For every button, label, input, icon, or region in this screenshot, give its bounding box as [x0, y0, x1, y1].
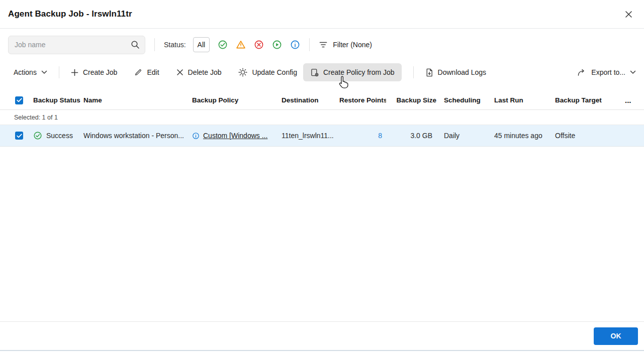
column-header-backup-size[interactable]: Backup Size	[386, 96, 436, 104]
column-header-backup-policy[interactable]: Backup Policy	[192, 96, 282, 104]
chevron-down-icon	[630, 70, 636, 74]
status-all-button[interactable]: All	[193, 37, 210, 52]
filter-none-label: Filter (None)	[333, 41, 372, 49]
status-info-filter[interactable]	[290, 40, 300, 50]
edit-label: Edit	[147, 68, 159, 76]
restore-points-link[interactable]: 8	[339, 132, 386, 140]
backup-policy-link[interactable]: Custom [Windows ...	[203, 132, 267, 140]
edit-button[interactable]: Edit	[134, 68, 159, 76]
backup-status-cell: Success	[33, 131, 83, 140]
column-header-name[interactable]: Name	[83, 96, 192, 104]
table-header-row: Backup Status Name Backup Policy Destina…	[0, 91, 644, 110]
filter-row: Status: All	[0, 29, 644, 61]
filter-icon	[319, 40, 328, 49]
scheduling-cell: Daily	[436, 132, 494, 140]
backup-size-cell: 3.0 GB	[386, 132, 436, 140]
checkmark-icon	[17, 134, 22, 138]
search-icon	[131, 40, 140, 49]
delete-job-button[interactable]: Delete Job	[176, 68, 222, 76]
create-job-label: Create Job	[83, 68, 117, 76]
plus-icon	[71, 69, 78, 76]
filter-none-button[interactable]: Filter (None)	[319, 40, 372, 49]
chevron-down-icon	[41, 70, 47, 74]
destination-cell: 11ten_lrswln11...	[282, 132, 339, 140]
create-job-button[interactable]: Create Job	[71, 68, 117, 76]
select-all-checkbox[interactable]	[15, 96, 23, 104]
divider	[59, 66, 59, 78]
status-warning-filter[interactable]	[236, 40, 246, 50]
dialog-header: Agent Backup Job - lrswln11tr	[0, 0, 644, 29]
selection-summary-text: Selected: 1 of 1	[14, 114, 58, 121]
status-filter-group: All	[193, 37, 301, 52]
status-running-filter[interactable]	[272, 40, 282, 50]
running-icon	[272, 40, 282, 50]
divider	[154, 38, 155, 51]
page-title: Agent Backup Job - lrswln11tr	[8, 9, 132, 19]
x-icon	[176, 69, 183, 76]
export-to-label: Export to...	[591, 68, 625, 76]
table-empty-area	[0, 147, 644, 321]
success-icon	[218, 40, 228, 50]
policy-document-gear-icon	[310, 68, 319, 77]
column-header-restore-points[interactable]: Restore Points	[339, 96, 386, 104]
column-options-button[interactable]: ...	[624, 96, 644, 104]
actions-menu-button[interactable]: Actions	[14, 68, 47, 76]
status-success-filter[interactable]	[218, 40, 228, 50]
agent-backup-job-dialog: Agent Backup Job - lrswln11tr Status: Al…	[0, 0, 644, 351]
column-header-backup-target[interactable]: Backup Target	[555, 96, 624, 104]
actions-label: Actions	[14, 68, 37, 76]
export-to-button[interactable]: Export to...	[577, 68, 636, 76]
selection-summary: Selected: 1 of 1	[0, 110, 644, 125]
info-icon	[290, 40, 300, 50]
checkmark-icon	[17, 98, 22, 102]
export-icon	[577, 69, 587, 76]
success-icon	[33, 131, 42, 140]
update-config-button[interactable]: Update Config	[238, 68, 297, 77]
delete-job-label: Delete Job	[188, 68, 222, 76]
error-icon	[254, 40, 264, 50]
column-header-scheduling[interactable]: Scheduling	[436, 96, 494, 104]
last-run-cell: 45 minutes ago	[494, 132, 555, 140]
backup-target-cell: Offsite	[555, 132, 624, 140]
ok-button[interactable]: OK	[594, 327, 638, 345]
status-filter-label: Status:	[164, 41, 186, 49]
search-input[interactable]	[15, 41, 131, 49]
row-checkbox[interactable]	[15, 132, 23, 140]
backup-policy-cell: Custom [Windows ...	[192, 132, 282, 140]
create-policy-from-job-label: Create Policy from Job	[323, 68, 395, 76]
column-header-destination[interactable]: Destination	[282, 96, 339, 104]
update-config-label: Update Config	[252, 68, 297, 76]
job-name-cell: Windows workstation - Person...	[83, 132, 192, 140]
dialog-footer: OK	[0, 321, 644, 350]
close-icon	[625, 11, 632, 18]
download-logs-label: Download Logs	[438, 68, 487, 76]
warning-icon	[236, 40, 246, 50]
gear-icon	[238, 68, 247, 77]
pencil-icon	[134, 68, 142, 76]
close-button[interactable]	[622, 8, 635, 21]
status-error-filter[interactable]	[254, 40, 264, 50]
column-header-backup-status[interactable]: Backup Status	[33, 96, 83, 104]
divider	[309, 38, 310, 51]
divider	[413, 66, 414, 78]
column-header-last-run[interactable]: Last Run	[494, 96, 555, 104]
create-policy-from-job-button[interactable]: Create Policy from Job	[303, 63, 402, 81]
table-row[interactable]: Success Windows workstation - Person... …	[0, 125, 644, 147]
download-logs-icon	[425, 68, 433, 77]
toolbar: Actions Create Job Edit Delete Job	[0, 61, 644, 84]
info-icon[interactable]	[192, 132, 200, 140]
job-search-box	[8, 36, 145, 54]
dialog-bottom-edge	[0, 350, 644, 351]
backup-status-text: Success	[46, 132, 73, 140]
download-logs-button[interactable]: Download Logs	[425, 68, 487, 77]
